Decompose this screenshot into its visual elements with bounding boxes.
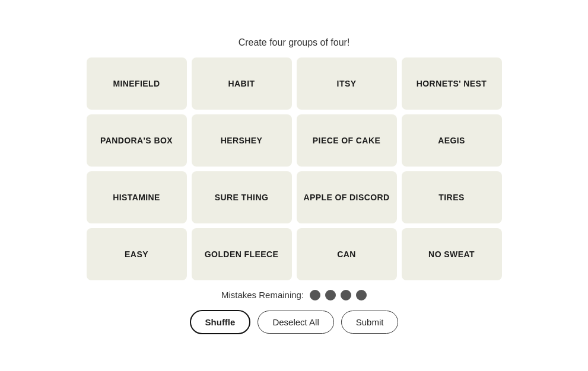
tile[interactable]: ITSY xyxy=(297,57,397,110)
tile[interactable]: HABIT xyxy=(192,57,292,110)
tile[interactable]: HERSHEY xyxy=(192,114,292,167)
tile-grid: MINEFIELDHABITITSYHORNETS' NESTPANDORA'S… xyxy=(87,57,502,280)
mistakes-area: Mistakes Remaining: xyxy=(221,290,367,300)
instruction-text: Create four groups of four! xyxy=(239,37,350,48)
submit-button[interactable]: Submit xyxy=(341,311,399,334)
tile[interactable]: PIECE OF CAKE xyxy=(297,114,397,167)
mistake-dot xyxy=(341,290,351,300)
tile[interactable]: EASY xyxy=(87,228,187,280)
tile[interactable]: AEGIS xyxy=(402,114,502,167)
game-container: Create four groups of four! MINEFIELDHAB… xyxy=(87,37,502,334)
mistake-dot xyxy=(356,290,367,300)
tile[interactable]: APPLE OF DISCORD xyxy=(297,171,397,223)
tile[interactable]: PANDORA'S BOX xyxy=(87,114,187,167)
tile[interactable]: CAN xyxy=(297,228,397,280)
tile[interactable]: TIRES xyxy=(402,171,502,223)
dots-area xyxy=(310,290,367,300)
tile[interactable]: GOLDEN FLEECE xyxy=(192,228,292,280)
tile[interactable]: HISTAMINE xyxy=(87,171,187,223)
buttons-area: Shuffle Deselect All Submit xyxy=(190,310,399,334)
mistakes-label: Mistakes Remaining: xyxy=(221,290,304,300)
mistake-dot xyxy=(325,290,336,300)
tile[interactable]: HORNETS' NEST xyxy=(402,57,502,110)
tile[interactable]: SURE THING xyxy=(192,171,292,223)
tile[interactable]: NO SWEAT xyxy=(402,228,502,280)
mistake-dot xyxy=(310,290,320,300)
shuffle-button[interactable]: Shuffle xyxy=(190,310,251,334)
deselect-all-button[interactable]: Deselect All xyxy=(258,311,333,334)
tile[interactable]: MINEFIELD xyxy=(87,57,187,110)
